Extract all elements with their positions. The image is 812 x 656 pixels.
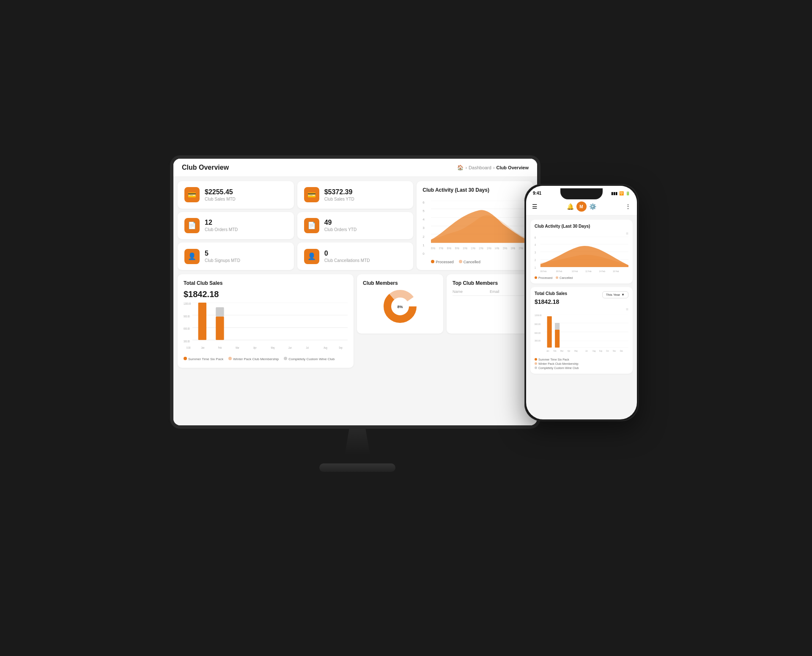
phone-more-icon[interactable]: ⋮ <box>625 203 631 210</box>
svg-text:Aug: Aug <box>593 350 596 352</box>
svg-text:Feb: Feb <box>218 346 222 349</box>
dashboard-body: 💳 $2255.45 Club Sales MTD 💳 $5372.39 Clu… <box>173 177 537 274</box>
sales-title: Total Club Sales <box>184 280 348 286</box>
svg-text:10 Feb: 10 Feb <box>572 270 578 273</box>
this-year-button[interactable]: This Year ▼ <box>602 291 628 298</box>
dashboard: Club Overview 🏠 › Dashboard › Club Overv… <box>173 159 537 425</box>
sales-card: Total Club Sales $1842.18 1200.00 <box>178 274 354 368</box>
phone-bell-icon[interactable]: 🔔 <box>567 203 574 210</box>
phone-screen: 9:41 ▮▮▮ 🛜 🔋 ☰ 🔔 M ⚙️ ⋮ <box>526 186 637 419</box>
dashboard-bottom: Total Club Sales $1842.18 1200.00 <box>173 274 537 372</box>
stat-icon-2: 📄 <box>184 218 200 233</box>
phone-body: Club Activity (Last 30 Days) ≡ 6 4 3 <box>526 215 637 413</box>
stat-card-5: 👤 0 Club Cancellations MTD <box>297 243 414 270</box>
svg-text:Aug: Aug <box>324 346 327 350</box>
stat-info-1: $5372.39 Club Sales YTD <box>324 188 354 201</box>
svg-rect-29 <box>216 307 224 317</box>
phone-nav: ☰ 🔔 M ⚙️ ⋮ <box>526 198 637 215</box>
svg-text:Dec: Dec <box>620 350 623 352</box>
stat-card-0: 💳 $2255.45 Club Sales MTD <box>178 181 294 209</box>
phone-status-icons: ▮▮▮ 🛜 🔋 <box>611 191 630 196</box>
phone-settings-icon[interactable]: ⚙️ <box>589 203 596 210</box>
phone-time: 9:41 <box>533 191 541 196</box>
svg-text:4: 4 <box>535 243 536 247</box>
svg-text:12 Feb: 12 Feb <box>585 270 591 273</box>
phone-sales-card: Total Club Sales $1842.18 This Year ▼ ≡ <box>530 287 633 374</box>
svg-text:09 Feb: 09 Feb <box>455 247 459 250</box>
stat-info-2: 12 Club Orders MTD <box>205 219 238 232</box>
stat-card-2: 📄 12 Club Orders MTD <box>178 212 294 240</box>
svg-text:Apr: Apr <box>568 350 571 352</box>
svg-text:May: May <box>574 350 578 352</box>
svg-text:300.00: 300.00 <box>184 339 190 343</box>
top-members-title: Top Club Members <box>453 280 527 286</box>
svg-rect-67 <box>547 316 552 347</box>
phone-notch <box>560 188 603 199</box>
svg-text:Jan: Jan <box>546 350 549 352</box>
svg-text:2: 2 <box>535 259 536 262</box>
activity-title: Club Activity (Last 30 Days) <box>422 187 527 193</box>
phone-bar-chart-menu[interactable]: ≡ <box>535 307 628 311</box>
svg-text:8%: 8% <box>397 305 403 309</box>
chart-svg-container: 06 Feb 07 Feb 08 Feb 09 Feb 10 Feb 11 Fe… <box>431 201 527 251</box>
stat-icon-3: 📄 <box>304 218 319 233</box>
dashboard-header: Club Overview 🏠 › Dashboard › Club Overv… <box>173 159 537 177</box>
svg-text:1200.00: 1200.00 <box>184 303 191 306</box>
phone-activity-legend: Processed Cancelled <box>535 276 628 279</box>
phone-bar-chart: 1200.00 900.00 600.00 300.00 Jan Feb <box>535 314 628 356</box>
svg-text:14 Feb: 14 Feb <box>599 270 605 273</box>
phone-chart-menu[interactable]: ≡ <box>535 231 628 236</box>
svg-text:16 Feb: 16 Feb <box>613 270 619 273</box>
stat-info-0: $2255.45 Club Sales MTD <box>205 188 236 201</box>
bar-chart-area: 1200.00 900.00 600.00 300.00 0.00 <box>184 303 348 362</box>
svg-text:1: 1 <box>535 266 536 270</box>
svg-text:1200.00: 1200.00 <box>535 314 542 317</box>
svg-text:17 Feb: 17 Feb <box>519 247 523 250</box>
svg-text:06 Feb: 06 Feb <box>431 247 435 250</box>
svg-text:07 Feb: 07 Feb <box>439 247 443 250</box>
phone-nav-icons: 🔔 M ⚙️ <box>567 201 596 212</box>
phone-menu-icon[interactable]: ☰ <box>532 203 538 210</box>
svg-text:Apr: Apr <box>253 346 257 350</box>
stat-icon-5: 👤 <box>304 249 319 264</box>
phone-bar-legend: Summer Time Six Pack Winter Pack Club Me… <box>535 358 628 369</box>
y-axis: 6 5 4 3 2 1 0 <box>422 201 424 256</box>
svg-text:Jan: Jan <box>201 346 205 349</box>
bottom-right: Club Members 8% Top Club <box>357 274 533 368</box>
phone-sales-title: Total Club Sales <box>535 291 567 296</box>
activity-card: Club Activity (Last 30 Days) ≡ 6 5 4 3 2… <box>417 181 533 270</box>
svg-text:300.00: 300.00 <box>535 340 540 342</box>
stat-info-5: 0 Club Cancellations MTD <box>324 250 370 263</box>
svg-text:Feb: Feb <box>553 350 557 352</box>
top-members-card: Top Club Members Name Email <box>447 274 533 334</box>
svg-text:Oct: Oct <box>606 350 609 352</box>
svg-text:Jul: Jul <box>585 350 587 352</box>
svg-text:May: May <box>271 346 275 350</box>
stat-icon-1: 💳 <box>304 187 319 202</box>
sales-value: $1842.18 <box>184 289 348 299</box>
phone-avatar: M <box>576 201 587 212</box>
svg-text:3: 3 <box>535 251 536 254</box>
monitor: Club Overview 🏠 › Dashboard › Club Overv… <box>173 159 541 472</box>
phone-sales-value: $1842.18 <box>535 298 567 305</box>
svg-text:900.00: 900.00 <box>184 314 190 318</box>
home-icon: 🏠 <box>457 165 464 171</box>
svg-text:12 Feb: 12 Feb <box>479 247 483 250</box>
stat-info-3: 49 Club Orders YTD <box>324 219 357 232</box>
svg-text:Nov: Nov <box>613 350 616 352</box>
stat-card-1: 💳 $5372.39 Club Sales YTD <box>297 181 414 209</box>
svg-text:10 Feb: 10 Feb <box>463 247 467 250</box>
svg-text:900.00: 900.00 <box>535 323 540 325</box>
svg-rect-27 <box>198 303 206 340</box>
stat-info-4: 5 Club Signups MTD <box>205 250 240 263</box>
svg-text:13 Feb: 13 Feb <box>487 247 491 250</box>
phone-activity-card: Club Activity (Last 30 Days) ≡ 6 4 3 <box>530 220 633 284</box>
stat-icon-4: 👤 <box>184 249 200 264</box>
svg-text:Jul: Jul <box>306 346 309 349</box>
svg-text:6: 6 <box>535 237 536 239</box>
svg-text:Sep: Sep <box>339 346 343 350</box>
svg-text:16 Feb: 16 Feb <box>511 247 515 250</box>
phone-activity-title: Club Activity (Last 30 Days) <box>535 224 628 229</box>
svg-rect-28 <box>216 317 224 340</box>
monitor-screen: Club Overview 🏠 › Dashboard › Club Overv… <box>173 159 537 425</box>
